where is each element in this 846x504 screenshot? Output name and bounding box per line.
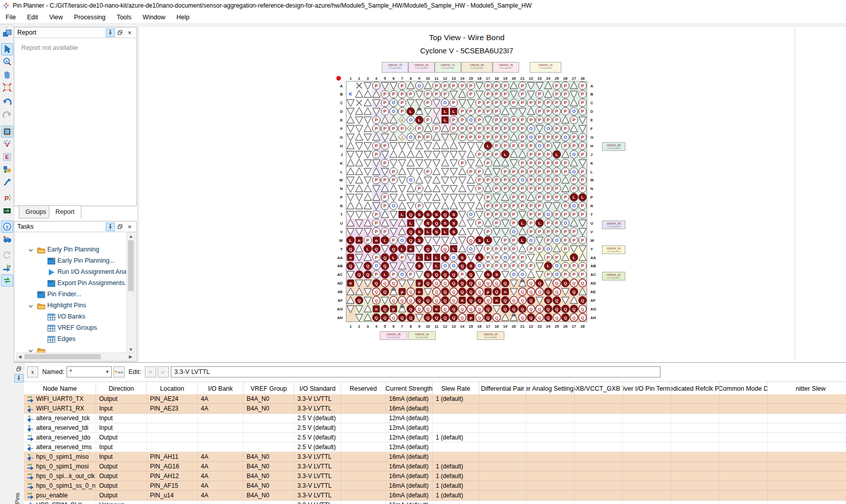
menu-help[interactable]: Help xyxy=(171,12,195,22)
menu-tools[interactable]: Tools xyxy=(111,12,137,22)
column-header-differential-pair[interactable]: Differential Pair xyxy=(479,382,526,395)
tasks-vscrollbar[interactable]: ▲ ▼ xyxy=(127,232,135,354)
pin-row-psu-enable[interactable]: outpsu_enableOutputPIN_u144AB4A_N03.3-V … xyxy=(24,491,846,500)
package-view-icon[interactable] xyxy=(1,125,13,138)
column-header-node-name[interactable]: Node Name xyxy=(24,382,96,395)
find-icon[interactable] xyxy=(1,233,13,245)
pan-tool-icon[interactable] xyxy=(1,69,13,81)
tab-report[interactable]: Report xyxy=(49,205,81,218)
menu-view[interactable]: View xyxy=(44,12,69,22)
tab-groups[interactable]: Groups xyxy=(19,205,53,218)
cell xyxy=(341,491,386,500)
cell: 1 (default) xyxy=(433,491,479,500)
pin-row-altera-reserved-tms[interactable]: inaltera_reserved_tmsInput2.5 V (default… xyxy=(24,443,846,452)
task-item-early-pin-planning[interactable]: Early Pin Planning... xyxy=(14,256,126,267)
svg-text:P: P xyxy=(375,255,378,260)
properties-icon[interactable]: P xyxy=(1,192,13,204)
float-icon[interactable] xyxy=(115,223,125,231)
svg-text:S: S xyxy=(487,272,490,277)
column-header-er-analog-setting-[interactable]: er Analog Setting: xyxy=(526,382,575,395)
io-assignment-icon[interactable]: io xyxy=(1,262,13,274)
package-view-pane[interactable]: Top View - Wire Bond Cyclone V - 5CSEBA6… xyxy=(138,27,846,361)
task-item-i-o-banks[interactable]: I/O Banks xyxy=(14,311,126,323)
tasks-hscrollbar[interactable]: ◀ ▶ xyxy=(16,353,135,361)
pin-row-hps-0-spim1-mosi[interactable]: outhps_0_spim1_mosiOutputPIN_AG164AB4A_N… xyxy=(24,462,846,471)
pin-row-altera-reserved-tck[interactable]: inaltera_reserved_tckInput2.5 V (default… xyxy=(24,414,846,423)
svg-text:Q: Q xyxy=(538,316,541,320)
column-header-iver-i-o-pin-term[interactable]: iver I/O Pin Term xyxy=(623,382,671,395)
menu-processing[interactable]: Processing xyxy=(69,12,111,22)
edit-accept-icon[interactable]: ✔ xyxy=(158,366,169,377)
column-header-nitter-slew[interactable]: nitter Slew xyxy=(768,382,846,395)
pins-table-body[interactable]: outWIFI_UART0_TXOutputPIN_AE244AB4A_N03.… xyxy=(24,394,846,504)
pin-migration-icon[interactable]: V xyxy=(1,138,13,150)
pin-row-hps-spim-clk[interactable]: HPS_SPIM_CLKUnknown3.3-V LVTTL16mA (defa… xyxy=(24,500,846,504)
task-item-pin-finder[interactable]: Pin Finder... xyxy=(14,289,126,300)
pin-row-altera-reserved-tdo[interactable]: outaltera_reserved_tdoOutput2.5 V (defau… xyxy=(24,433,846,443)
named-filter-select[interactable]: *▼ xyxy=(67,366,112,377)
pin-row-altera-reserved-tdi[interactable]: inaltera_reserved_tdiInput2.5 V (default… xyxy=(24,423,846,433)
pin-row-hps-0-spim1-miso[interactable]: inhps_0_spim1_misoInputPIN_AH114AB4A_N03… xyxy=(24,452,846,462)
svg-text:16: 16 xyxy=(477,324,481,329)
assignment-icon[interactable] xyxy=(1,205,13,217)
undo-icon[interactable] xyxy=(1,97,13,109)
float-icon[interactable] xyxy=(14,364,23,373)
chevron-down-icon[interactable] xyxy=(28,248,33,253)
task-item-export-pin-assignments[interactable]: Export Pin Assignments... xyxy=(14,278,126,289)
pin-row-wifi-uart0-tx[interactable]: outWIFI_UART0_TXOutputPIN_AE244AB4A_N03.… xyxy=(24,394,846,404)
close-icon[interactable]: x xyxy=(27,366,38,377)
column-header-location[interactable]: Location xyxy=(147,382,198,395)
column-header-current-strength[interactable]: Current Strength xyxy=(386,382,433,395)
column-header-vref-group[interactable]: VREF Group xyxy=(244,382,294,395)
menu-window[interactable]: Window xyxy=(137,12,171,22)
task-item-early-pin-planning[interactable]: Early Pin Planning xyxy=(14,244,126,256)
cell: PIN_AE24 xyxy=(147,394,198,404)
swap-icon[interactable] xyxy=(1,274,13,287)
task-item-edges[interactable]: Edges xyxy=(14,334,126,345)
bga-view-icon[interactable] xyxy=(1,164,13,176)
column-header-i-o-standard[interactable]: I/O Standard xyxy=(294,382,341,395)
cell: 3.3-V LVTTL xyxy=(294,404,341,414)
column-header-edicated-refclk-pi[interactable]: edicated Refclk Pi xyxy=(671,382,719,395)
rotate-view-icon[interactable] xyxy=(1,176,13,188)
task-item[interactable] xyxy=(14,345,126,353)
fit-selection-icon[interactable] xyxy=(1,81,13,93)
svg-text:Q: Q xyxy=(555,307,558,311)
package-pin-grid[interactable]: 1122334455667788991010111112121313141415… xyxy=(138,27,845,360)
svg-text:20: 20 xyxy=(511,324,516,329)
pins-tab-label[interactable]: Pins xyxy=(14,464,23,504)
task-item-run-i-o-assignment-analysi[interactable]: Run I/O Assignment Analysi xyxy=(14,267,126,278)
menu-file[interactable]: File xyxy=(0,12,21,22)
task-item-vref-groups[interactable]: VREF Groups xyxy=(14,323,126,334)
edit-value-field[interactable]: 3.3-V LVTTL xyxy=(171,366,660,377)
pin-icon[interactable] xyxy=(106,223,115,231)
edit-cancel-icon[interactable]: ✕ xyxy=(145,366,156,377)
column-header-i-o-bank[interactable]: I/O Bank xyxy=(198,382,244,395)
pin-icon[interactable] xyxy=(14,374,23,383)
cascade-windows-icon[interactable] xyxy=(1,27,13,40)
chevron-down-icon[interactable] xyxy=(28,304,33,308)
pins-table-header[interactable]: Node NameDirectionLocationI/O BankVREF G… xyxy=(24,382,846,395)
column-header-reserved[interactable]: Reserved xyxy=(341,382,386,395)
task-item-highlight-pins[interactable]: Highlight Pins xyxy=(14,300,126,311)
node-finder-button[interactable]: ✱«» xyxy=(113,366,125,377)
zoom-tool-icon[interactable]: ± xyxy=(1,56,13,68)
pin-row-hps-0-spi-k-out-clk[interactable]: outhps_0_spi...k_out_clkOutputPIN_AH124A… xyxy=(24,471,846,481)
svg-text:Q: Q xyxy=(469,298,472,303)
menu-edit[interactable]: Edit xyxy=(21,12,44,22)
close-icon[interactable]: ✕ xyxy=(125,223,134,231)
chevron-down-icon[interactable] xyxy=(28,349,33,353)
column-header-direction[interactable]: Direction xyxy=(96,382,147,395)
select-cursor-icon[interactable] xyxy=(1,43,13,55)
svg-text:P: P xyxy=(572,143,576,148)
svg-text:E: E xyxy=(590,118,593,122)
report-icon[interactable]: E xyxy=(1,151,13,163)
column-header-gxb-vcct-gxb-v[interactable]: GXB/VCCT_GXB V xyxy=(575,382,623,395)
column-header-slew-rate[interactable]: Slew Rate xyxy=(433,382,479,395)
pin-row-wifi-uart1-rx[interactable]: inWIFI_UART1_RXInputPIN_AE234AB4A_N03.3-… xyxy=(24,404,846,414)
column-header-common-mode-d[interactable]: Common Mode D xyxy=(719,382,768,395)
info-icon[interactable]: 0 xyxy=(1,220,13,233)
refresh-icon[interactable] xyxy=(1,249,13,261)
redo-icon[interactable] xyxy=(1,110,13,122)
pin-row-hps-0-spim1-ss-0-n[interactable]: outhps_0_spim1_ss_0_nOutputPIN_AF154AB4A… xyxy=(24,481,846,491)
